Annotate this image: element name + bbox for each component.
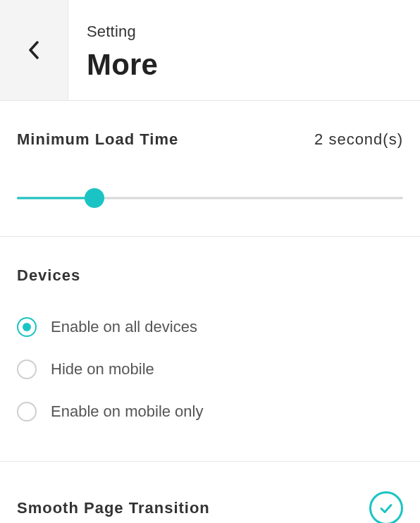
smooth-transition-row: Smooth Page Transition bbox=[0, 462, 420, 523]
smooth-transition-label: Smooth Page Transition bbox=[17, 499, 210, 517]
page-title: More bbox=[87, 48, 158, 82]
slider-thumb[interactable] bbox=[85, 188, 104, 208]
radio-icon bbox=[17, 402, 37, 422]
radio-label: Enable on all devices bbox=[51, 318, 197, 336]
loadtime-section: Minimum Load Time 2 second(s) bbox=[0, 101, 420, 237]
slider-fill bbox=[17, 197, 94, 199]
device-option-all[interactable]: Enable on all devices bbox=[17, 306, 403, 348]
device-option-mobile-only[interactable]: Enable on mobile only bbox=[17, 390, 403, 433]
device-option-hide-mobile[interactable]: Hide on mobile bbox=[17, 348, 403, 390]
radio-label: Hide on mobile bbox=[51, 360, 154, 379]
loadtime-label: Minimum Load Time bbox=[17, 130, 178, 149]
loadtime-value: 2 second(s) bbox=[314, 130, 403, 149]
back-button[interactable] bbox=[0, 0, 68, 100]
loadtime-slider[interactable] bbox=[17, 188, 403, 208]
radio-label: Enable on mobile only bbox=[51, 402, 203, 421]
smooth-transition-toggle[interactable] bbox=[369, 491, 403, 523]
loadtime-row: Minimum Load Time 2 second(s) bbox=[17, 130, 403, 149]
check-icon bbox=[378, 500, 395, 517]
breadcrumb: Setting bbox=[87, 23, 158, 41]
radio-icon bbox=[17, 317, 37, 337]
devices-title: Devices bbox=[17, 266, 403, 285]
radio-icon bbox=[17, 359, 37, 379]
titles: Setting More bbox=[68, 0, 158, 100]
header: Setting More bbox=[0, 0, 420, 101]
chevron-left-icon bbox=[28, 41, 39, 59]
devices-section: Devices Enable on all devices Hide on mo… bbox=[0, 237, 420, 462]
